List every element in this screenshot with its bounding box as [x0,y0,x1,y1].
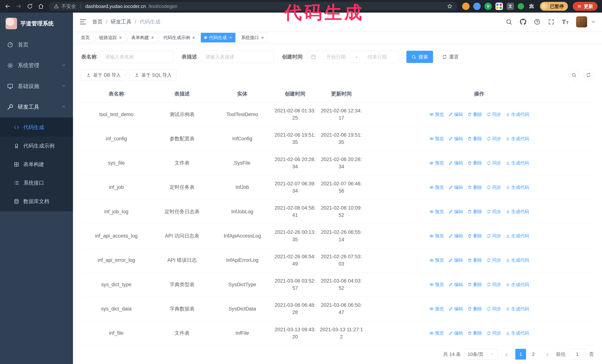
action-delete[interactable]: 删除 [468,208,482,215]
browser-home-icon[interactable] [38,3,44,10]
tab[interactable]: 代码生成× [201,33,236,42]
sidebar-item[interactable]: 基础设施 [0,76,73,97]
breadcrumb-item[interactable]: 首页 [92,18,103,25]
action-sync[interactable]: 同步 [487,184,501,191]
action-delete[interactable]: 删除 [468,184,482,191]
action-edit[interactable]: 编辑 [448,257,463,263]
action-preview[interactable]: 预览 [429,208,444,215]
sidebar-subitem[interactable]: 代码生成 [0,118,73,137]
sidebar-toggle-icon[interactable] [79,18,87,26]
action-edit[interactable]: 编辑 [448,184,463,191]
action-preview[interactable]: 预览 [429,160,444,166]
app-logo[interactable]: 芋道管理系统 [0,13,73,34]
sidebar-subitem[interactable]: 系统接口 [0,174,73,192]
action-edit[interactable]: 编辑 [448,208,463,215]
reset-button[interactable]: 重置 [437,51,464,63]
extensions-puzzle-icon[interactable] [528,3,535,10]
action-delete[interactable]: 删除 [468,330,482,336]
back-icon[interactable] [4,3,11,10]
toggle-search-button[interactable] [569,70,580,80]
sidebar-subitem[interactable]: 数据库文档 [0,192,73,211]
search-button[interactable]: 搜索 [406,51,433,63]
tab[interactable]: 首页 [77,33,93,42]
close-icon[interactable]: × [229,35,232,40]
page-number-button[interactable]: 1 [515,349,526,360]
action-edit[interactable]: 编辑 [448,281,463,288]
action-preview[interactable]: 预览 [429,184,444,191]
action-preview[interactable]: 预览 [429,306,444,312]
action-generate[interactable]: 生成代码 [506,257,529,263]
search-icon[interactable] [506,19,512,25]
sidebar-item[interactable]: 研发工具 [0,97,73,117]
page-number-button[interactable]: 2 [528,349,539,360]
action-preview[interactable]: 预览 [429,135,444,142]
action-preview[interactable]: 预览 [429,233,444,239]
action-delete[interactable]: 删除 [468,281,482,288]
profile-paused-badge[interactable]: 已暂停 [540,2,568,11]
action-generate[interactable]: 生成代码 [506,208,529,215]
action-preview[interactable]: 预览 [429,281,444,288]
action-preview[interactable]: 预览 [429,257,444,263]
action-sync[interactable]: 同步 [487,160,501,166]
action-edit[interactable]: 编辑 [448,306,463,312]
import-db-button[interactable]: 基于 DB 导入 [81,69,126,81]
date-range-picker[interactable]: 开始日期 - 结束日期 [307,51,399,63]
font-size-icon[interactable]: TT [562,18,569,26]
action-sync[interactable]: 同步 [487,233,501,239]
action-sync[interactable]: 同步 [487,306,501,312]
table-desc-input[interactable] [201,51,274,63]
sidebar-subitem[interactable]: 表单构建 [0,155,73,174]
action-generate[interactable]: 生成代码 [506,281,529,288]
extension-lion-icon[interactable] [462,3,470,10]
action-delete[interactable]: 删除 [468,135,482,142]
tab[interactable]: 表单构建× [128,33,157,42]
close-icon[interactable]: × [192,35,195,40]
close-icon[interactable]: × [119,35,122,40]
refresh-table-button[interactable] [583,70,594,80]
action-edit[interactable]: 编辑 [448,330,463,336]
help-icon[interactable] [534,19,540,25]
action-delete[interactable]: 删除 [468,306,482,312]
action-generate[interactable]: 生成代码 [506,306,529,312]
extension-people-icon[interactable] [495,3,503,10]
sidebar-subitem[interactable]: 代码生成示例 [0,137,73,155]
action-sync[interactable]: 同步 [487,257,501,263]
table-name-input[interactable] [101,51,173,63]
chevron-down-icon[interactable] [591,20,596,24]
extension-leaf-icon[interactable] [518,3,524,10]
sidebar-item[interactable]: 首页 [0,34,73,55]
sidebar-item[interactable]: 系统管理 [0,55,73,76]
extension-translate-icon[interactable]: 文 [507,3,514,10]
close-icon[interactable]: × [261,35,264,40]
action-delete[interactable]: 删除 [468,111,482,118]
reload-icon[interactable] [27,3,33,10]
action-edit[interactable]: 编辑 [448,233,463,239]
tab[interactable]: 链路追踪× [96,33,125,42]
update-button[interactable]: 更新 [573,2,598,11]
action-sync[interactable]: 同步 [487,281,501,288]
tab[interactable]: 代码生成示例× [160,33,198,42]
action-delete[interactable]: 删除 [468,257,482,263]
github-icon[interactable] [520,19,527,25]
action-generate[interactable]: 生成代码 [506,135,529,142]
extension-blue-icon[interactable] [473,3,481,10]
action-sync[interactable]: 同步 [487,330,501,336]
action-generate[interactable]: 生成代码 [506,330,529,336]
action-sync[interactable]: 同步 [487,111,501,118]
action-generate[interactable]: 生成代码 [506,111,529,118]
action-preview[interactable]: 预览 [429,111,444,118]
goto-page-input[interactable] [569,349,586,360]
action-preview[interactable]: 预览 [429,330,444,336]
action-generate[interactable]: 生成代码 [506,233,529,239]
action-generate[interactable]: 生成代码 [506,184,529,191]
action-edit[interactable]: 编辑 [448,135,463,142]
prev-page-button[interactable]: ‹ [501,349,512,360]
next-page-button[interactable]: › [542,349,553,360]
action-edit[interactable]: 编辑 [448,160,463,166]
action-edit[interactable]: 编辑 [448,111,463,118]
action-sync[interactable]: 同步 [487,135,501,142]
extension-v-icon[interactable]: V [484,3,492,10]
action-generate[interactable]: 生成代码 [506,160,529,166]
breadcrumb-item[interactable]: 研发工具 [111,18,131,25]
action-sync[interactable]: 同步 [487,208,501,215]
